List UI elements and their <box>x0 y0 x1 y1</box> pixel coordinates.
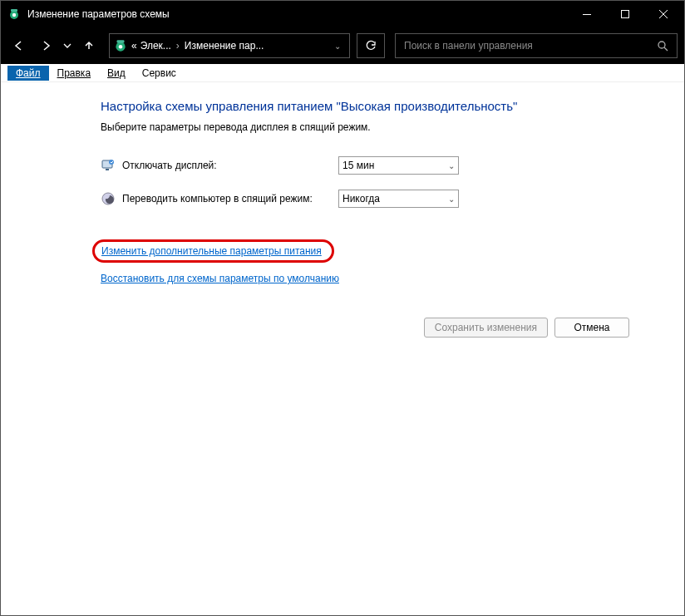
navbar: « Элек... › Изменение пар... ⌄ Поиск в п… <box>1 27 684 64</box>
breadcrumb-item-2[interactable]: Изменение пар... <box>185 40 264 52</box>
svg-rect-4 <box>622 11 629 18</box>
menubar: Файл Правка Вид Сервис <box>1 64 684 82</box>
breadcrumb-separator: › <box>176 40 180 52</box>
highlight-annotation: Изменить дополнительные параметры питани… <box>92 239 334 263</box>
address-bar[interactable]: « Элек... › Изменение пар... ⌄ <box>109 33 350 58</box>
menu-view[interactable]: Вид <box>99 66 134 81</box>
app-icon <box>7 7 21 21</box>
maximize-button[interactable] <box>606 1 644 27</box>
sleep-label: Переводить компьютер в спящий режим: <box>122 193 338 205</box>
display-icon <box>101 158 116 173</box>
minimize-button[interactable] <box>568 1 606 27</box>
refresh-button[interactable] <box>357 33 385 58</box>
menu-edit[interactable]: Правка <box>49 66 100 81</box>
chevron-down-icon: ⌄ <box>448 195 455 204</box>
sleep-icon <box>101 191 116 206</box>
page-heading: Настройка схемы управления питанием "Выс… <box>101 99 651 113</box>
row-display-off: Отключать дисплей: 15 мин ⌄ <box>101 156 651 175</box>
content-area: Настройка схемы управления питанием "Выс… <box>1 82 684 615</box>
display-off-label: Отключать дисплей: <box>122 160 338 171</box>
display-off-select[interactable]: 15 мин ⌄ <box>338 156 459 175</box>
titlebar: Изменение параметров схемы <box>1 1 684 27</box>
svg-point-9 <box>119 45 123 49</box>
window-controls <box>568 1 683 27</box>
link-advanced-settings[interactable]: Изменить дополнительные параметры питани… <box>101 245 322 257</box>
breadcrumb-item-1[interactable]: Элек... <box>140 40 171 52</box>
page-subtext: Выберите параметры перевода дисплея в сп… <box>101 121 651 133</box>
sleep-select[interactable]: Никогда ⌄ <box>338 190 459 208</box>
display-off-value: 15 мин <box>342 160 374 171</box>
window: Изменение параметров схемы « Элек... › И… <box>0 0 685 616</box>
power-icon <box>113 38 128 53</box>
search-input[interactable]: Поиск в панели управления <box>395 33 678 58</box>
back-button[interactable] <box>7 34 31 57</box>
link-restore-defaults[interactable]: Восстановить для схемы параметры по умол… <box>101 273 339 284</box>
svg-point-2 <box>12 13 16 17</box>
svg-rect-13 <box>106 169 109 170</box>
cancel-button[interactable]: Отмена <box>554 318 629 338</box>
svg-point-14 <box>109 160 114 165</box>
breadcrumb-prefix: « <box>131 40 137 52</box>
sleep-value: Никогда <box>342 193 380 205</box>
window-title: Изменение параметров схемы <box>27 8 568 20</box>
address-dropdown[interactable]: ⌄ <box>329 42 346 51</box>
svg-rect-3 <box>583 14 591 15</box>
svg-point-10 <box>658 42 665 48</box>
button-row: Сохранить изменения Отмена <box>101 318 651 338</box>
menu-tools[interactable]: Сервис <box>134 66 185 81</box>
history-dropdown[interactable] <box>61 34 74 57</box>
svg-line-11 <box>664 47 668 51</box>
save-button[interactable]: Сохранить изменения <box>424 318 548 338</box>
svg-rect-1 <box>11 9 17 12</box>
search-placeholder: Поиск в панели управления <box>404 40 533 52</box>
up-button[interactable] <box>77 34 101 57</box>
chevron-down-icon: ⌄ <box>448 161 455 170</box>
search-icon <box>657 40 668 52</box>
row-sleep: Переводить компьютер в спящий режим: Ник… <box>101 190 651 208</box>
menu-file[interactable]: Файл <box>7 66 49 81</box>
forward-button[interactable] <box>34 34 57 57</box>
svg-rect-8 <box>117 40 125 42</box>
close-button[interactable] <box>644 1 683 27</box>
